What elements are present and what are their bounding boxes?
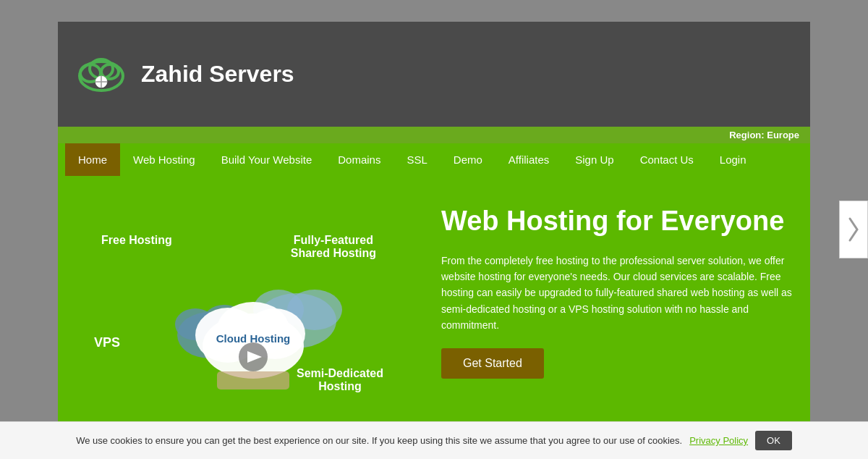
fully-featured-label: Fully-FeaturedShared Hosting	[291, 234, 376, 260]
cloud-svg: Cloud Hosting	[152, 263, 354, 393]
nav-item-web-hosting[interactable]: Web Hosting	[120, 143, 208, 176]
hero-illustration: Free Hosting Fully-FeaturedShared Hostin…	[65, 190, 420, 437]
region-bar: Region: Europe	[58, 127, 810, 143]
cookie-message: We use cookies to ensure you can get the…	[76, 435, 682, 446]
main-content: Home Web Hosting Build Your Website Doma…	[58, 143, 810, 459]
nav-item-ssl[interactable]: SSL	[393, 143, 440, 176]
site-title: Zahid Servers	[141, 61, 294, 88]
hero-title: Web Hosting for Everyone	[441, 205, 796, 238]
nav-item-contact[interactable]: Contact Us	[627, 143, 707, 176]
region-label: Region: Europe	[729, 130, 799, 140]
free-hosting-label: Free Hosting	[101, 234, 172, 247]
navigation: Home Web Hosting Build Your Website Doma…	[58, 143, 810, 176]
logo-icon	[72, 46, 130, 104]
hero-text-area: Web Hosting for Everyone From the comple…	[420, 190, 803, 437]
scroll-right-arrow[interactable]	[839, 201, 868, 258]
get-started-button[interactable]: Get Started	[441, 348, 544, 379]
nav-item-login[interactable]: Login	[707, 143, 760, 176]
nav-item-signup[interactable]: Sign Up	[562, 143, 626, 176]
cloud-illustration: Free Hosting Fully-FeaturedShared Hostin…	[65, 190, 420, 408]
logo-area: Zahid Servers	[72, 46, 294, 104]
nav-item-home[interactable]: Home	[65, 143, 120, 176]
nav-item-build-website[interactable]: Build Your Website	[208, 143, 326, 176]
hero-description: From the completely free hosting to the …	[441, 253, 796, 334]
cookie-ok-button[interactable]: OK	[755, 431, 792, 450]
svg-rect-21	[217, 371, 289, 389]
nav-item-domains[interactable]: Domains	[325, 143, 393, 176]
hero-section: Free Hosting Fully-FeaturedShared Hostin…	[58, 176, 810, 451]
site-header: Zahid Servers	[58, 22, 810, 127]
cookie-bar: We use cookies to ensure you can get the…	[0, 421, 868, 459]
nav-item-demo[interactable]: Demo	[441, 143, 495, 176]
vps-label: VPS	[94, 335, 120, 350]
privacy-policy-link[interactable]: Privacy Policy	[689, 435, 748, 446]
nav-item-affiliates[interactable]: Affiliates	[495, 143, 562, 176]
